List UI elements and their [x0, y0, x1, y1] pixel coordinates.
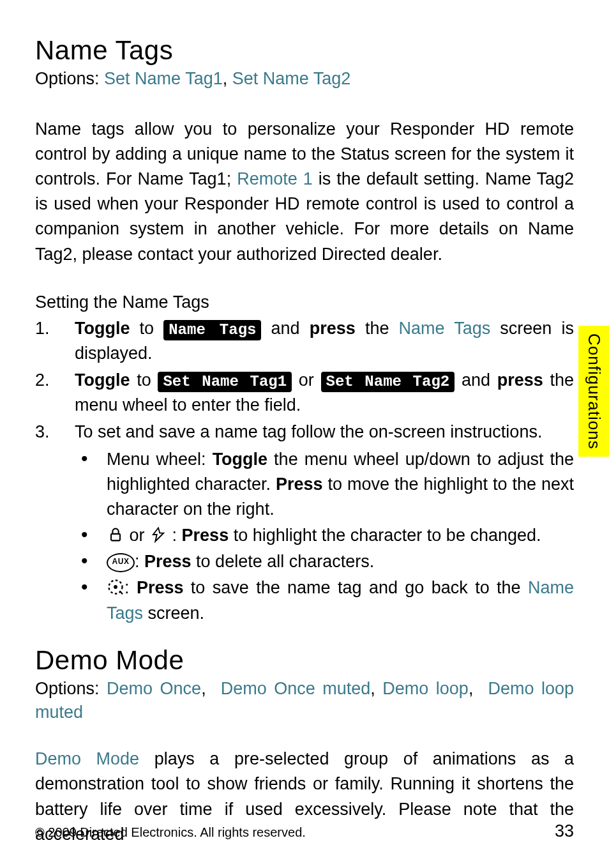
- text: Menu wheel:: [107, 450, 213, 469]
- heading-demo-mode: Demo Mode: [35, 645, 574, 676]
- text: to: [130, 370, 158, 390]
- link-remote-1: Remote 1: [237, 169, 313, 188]
- section-tab-label: Configurations: [584, 333, 604, 450]
- chip-name-tags: Name Tags: [163, 320, 261, 340]
- chip-set-name-tag2: Set Name Tag2: [321, 372, 455, 392]
- option-set-name-tag2: Set Name Tag2: [232, 69, 351, 88]
- options-prefix: Options:: [35, 679, 107, 698]
- svg-point-2: [114, 585, 117, 589]
- text: the: [356, 319, 399, 338]
- text-bold: Press: [137, 578, 184, 597]
- bullet-lock-unlock: or : Press to highlight the character to…: [75, 523, 574, 548]
- text: to highlight the character to be changed…: [229, 526, 541, 545]
- options-prefix: Options:: [35, 69, 104, 88]
- name-tags-options: Options: Set Name Tag1, Set Name Tag2: [35, 67, 574, 91]
- copyright-text: © 2009 Directed Electronics. All rights …: [35, 825, 306, 840]
- name-tags-description: Name tags allow you to personalize your …: [35, 117, 574, 267]
- step-1: Toggle to Name Tags and press the Name T…: [35, 316, 574, 367]
- text: and: [455, 370, 497, 390]
- page-footer: © 2009 Directed Electronics. All rights …: [35, 821, 574, 841]
- demo-mode-options: Options: Demo Once, Demo Once muted, Dem…: [35, 677, 574, 726]
- function-icon: [107, 578, 124, 596]
- steps-list: Toggle to Name Tags and press the Name T…: [35, 316, 574, 626]
- text: to: [130, 319, 163, 338]
- text: to delete all characters.: [192, 552, 375, 571]
- bullet-function: : Press to save the name tag and go back…: [75, 575, 574, 625]
- text: to save the name tag and go back to the: [183, 578, 528, 597]
- text: :: [172, 526, 182, 545]
- text-bold: Toggle: [75, 319, 130, 338]
- text-bold: Toggle: [213, 450, 267, 469]
- subheading-setting-name-tags: Setting the Name Tags: [35, 293, 574, 312]
- document-page: Configurations Name Tags Options: Set Na…: [0, 0, 609, 868]
- bullet-aux: AUX: Press to delete all characters.: [75, 549, 574, 574]
- link-name-tags: Name Tags: [399, 319, 491, 338]
- text: :: [124, 578, 137, 597]
- chip-set-name-tag1: Set Name Tag1: [158, 372, 292, 392]
- page-number: 33: [555, 821, 574, 841]
- option-demo-loop: Demo loop: [382, 679, 469, 698]
- unlock-icon: [149, 526, 167, 544]
- text: or: [292, 370, 320, 390]
- option-demo-once: Demo Once: [107, 679, 201, 698]
- link-demo-mode: Demo Mode: [35, 749, 139, 768]
- text: and: [261, 319, 309, 338]
- step-3: To set and save a name tag follow the on…: [35, 420, 574, 626]
- text: :: [135, 552, 144, 571]
- text-bold: Press: [182, 526, 229, 545]
- step-3-sublist: Menu wheel: Toggle the menu wheel up/dow…: [75, 447, 574, 626]
- text-bold: Toggle: [75, 370, 130, 390]
- step-2: Toggle to Set Name Tag1 or Set Name Tag2…: [35, 368, 574, 418]
- text-bold: press: [310, 319, 356, 338]
- text-bold: press: [497, 370, 543, 390]
- lock-icon: [107, 526, 124, 544]
- text-or: or: [130, 526, 145, 545]
- option-demo-once-muted: Demo Once muted: [221, 679, 371, 698]
- text-bold: Press: [144, 552, 192, 571]
- svg-rect-0: [111, 534, 120, 541]
- option-set-name-tag1: Set Name Tag1: [104, 69, 223, 88]
- bullet-menu-wheel: Menu wheel: Toggle the menu wheel up/dow…: [75, 447, 574, 522]
- text-bold: Press: [276, 475, 323, 494]
- text: To set and save a name tag follow the on…: [75, 422, 542, 441]
- text: screen.: [143, 604, 204, 623]
- aux-button-icon: AUX: [107, 553, 135, 572]
- heading-name-tags: Name Tags: [35, 35, 574, 66]
- section-tab-configurations: Configurations: [578, 326, 609, 457]
